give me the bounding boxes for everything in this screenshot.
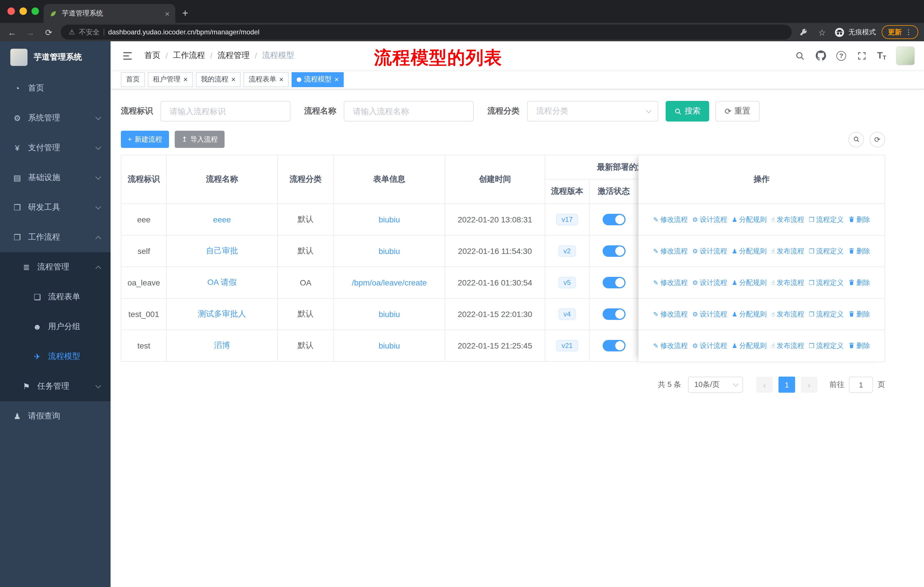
publish-process-link[interactable]: ☝发布流程 [771, 278, 804, 288]
process-name-link[interactable]: 自己审批 [206, 246, 238, 255]
process-definition-link[interactable]: ❐流程定义 [809, 278, 844, 288]
zoom-window-button[interactable] [31, 7, 39, 15]
app-logo[interactable]: 芋道管理系统 [0, 41, 111, 73]
edit-process-link[interactable]: ✎修改流程 [653, 309, 687, 319]
design-process-link[interactable]: ⚙设计流程 [692, 278, 727, 288]
breadcrumb-home[interactable]: 首页 [144, 50, 160, 61]
fullscreen-icon[interactable] [856, 50, 867, 61]
github-icon[interactable] [815, 50, 827, 61]
sidebar-item-process-form[interactable]: ❏ 流程表单 [0, 282, 111, 312]
update-button[interactable]: 更新 ⋮ [882, 25, 918, 39]
reload-icon[interactable]: ⟳ [42, 28, 55, 36]
category-select[interactable]: 流程分类 [527, 101, 658, 122]
assign-rule-link[interactable]: ♟分配规则 [732, 309, 767, 319]
publish-process-link[interactable]: ☝发布流程 [771, 246, 804, 256]
address-bar[interactable]: ⚠ 不安全 dashboard.yudao.iocoder.cn/bpm/man… [61, 25, 792, 40]
form-link[interactable]: biubiu [379, 309, 400, 319]
assign-rule-link[interactable]: ♟分配规则 [732, 341, 767, 351]
sidebar-item-process-management[interactable]: ≣ 流程管理 [0, 252, 111, 282]
design-process-link[interactable]: ⚙设计流程 [692, 246, 727, 256]
active-toggle[interactable] [602, 340, 625, 351]
next-page-button[interactable]: › [801, 377, 817, 393]
active-toggle[interactable] [602, 277, 625, 288]
sidebar-item-leave-query[interactable]: ♟ 请假查询 [0, 401, 111, 431]
delete-process-link[interactable]: 删除 [848, 215, 870, 225]
tag-tenant-management[interactable]: 租户管理 × [148, 72, 193, 87]
sidebar-item-process-model[interactable]: ✈ 流程模型 [0, 342, 111, 372]
design-process-link[interactable]: ⚙设计流程 [692, 309, 727, 319]
sidebar-item-workflow[interactable]: ❐ 工作流程 [0, 222, 111, 252]
page-size-select[interactable]: 10条/页 [688, 377, 743, 393]
breadcrumb-process-management[interactable]: 流程管理 [218, 50, 250, 61]
refresh-table-button[interactable]: ⟳ [870, 132, 885, 147]
sidebar-item-user-group[interactable]: ☻ 用户分组 [0, 312, 111, 342]
tag-close-icon[interactable]: × [335, 76, 339, 83]
process-key-input[interactable] [160, 101, 290, 122]
tag-process-model[interactable]: 流程模型 × [292, 72, 344, 87]
tag-close-icon[interactable]: × [231, 76, 236, 83]
sidebar-item-system[interactable]: ⚙ 系统管理 [0, 103, 111, 133]
font-size-icon[interactable]: TT [877, 50, 886, 61]
delete-process-link[interactable]: 删除 [848, 341, 870, 351]
process-name-link[interactable]: OA 请假 [207, 278, 237, 287]
delete-process-link[interactable]: 删除 [848, 309, 870, 319]
form-link[interactable]: biubiu [379, 215, 400, 224]
active-toggle[interactable] [602, 245, 625, 257]
close-window-button[interactable] [7, 7, 15, 15]
edit-process-link[interactable]: ✎修改流程 [653, 341, 687, 351]
sidebar-item-home[interactable]: ◔ 首页 [0, 73, 111, 103]
delete-process-link[interactable]: 删除 [848, 246, 870, 256]
process-name-input[interactable] [344, 101, 474, 122]
browser-tab[interactable]: 芋道管理系统 × [43, 4, 175, 23]
tag-process-form[interactable]: 流程表单 × [243, 72, 289, 87]
breadcrumb-workflow[interactable]: 工作流程 [173, 50, 205, 61]
edit-process-link[interactable]: ✎修改流程 [653, 215, 687, 225]
publish-process-link[interactable]: ☝发布流程 [771, 309, 804, 319]
password-key-icon[interactable] [797, 28, 810, 36]
delete-process-link[interactable]: 删除 [848, 278, 870, 288]
assign-rule-link[interactable]: ♟分配规则 [732, 246, 767, 256]
tag-close-icon[interactable]: × [183, 76, 188, 83]
process-definition-link[interactable]: ❐流程定义 [809, 246, 844, 256]
create-process-button[interactable]: + 新建流程 [121, 131, 169, 148]
edit-process-link[interactable]: ✎修改流程 [653, 278, 687, 288]
form-link[interactable]: /bpm/oa/leave/create [352, 278, 427, 287]
forward-icon[interactable]: → [24, 28, 37, 36]
tag-my-process[interactable]: 我的流程 × [196, 72, 241, 87]
user-avatar[interactable] [896, 46, 915, 65]
back-icon[interactable]: ← [6, 28, 18, 36]
design-process-link[interactable]: ⚙设计流程 [692, 215, 727, 225]
sidebar-item-infrastructure[interactable]: ▤ 基础设施 [0, 163, 111, 193]
form-link[interactable]: biubiu [379, 246, 400, 256]
sidebar-item-payment[interactable]: ¥ 支付管理 [0, 133, 111, 163]
help-icon[interactable]: ? [837, 51, 846, 61]
prev-page-button[interactable]: ‹ [756, 377, 773, 393]
toggle-search-button[interactable] [848, 132, 864, 147]
tab-close-icon[interactable]: × [165, 9, 170, 18]
edit-process-link[interactable]: ✎修改流程 [653, 246, 687, 256]
sidebar-item-task-management[interactable]: ⚑ 任务管理 [0, 372, 111, 401]
process-definition-link[interactable]: ❐流程定义 [809, 341, 844, 351]
import-process-button[interactable]: ↥ 导入流程 [175, 131, 224, 148]
minimize-window-button[interactable] [20, 7, 27, 15]
new-tab-button[interactable]: + [175, 7, 195, 23]
process-definition-link[interactable]: ❐流程定义 [809, 309, 844, 319]
design-process-link[interactable]: ⚙设计流程 [692, 341, 727, 351]
browser-menu-icon[interactable]: ⋮ [905, 28, 912, 36]
active-toggle[interactable] [602, 308, 625, 320]
bookmark-star-icon[interactable]: ☆ [816, 28, 828, 36]
process-definition-link[interactable]: ❐流程定义 [809, 215, 844, 225]
search-button[interactable]: 搜索 [666, 101, 709, 122]
reset-button[interactable]: ⟳ 重置 [716, 101, 759, 122]
search-icon[interactable] [794, 50, 805, 61]
tag-close-icon[interactable]: × [279, 76, 283, 83]
page-number-button[interactable]: 1 [779, 377, 795, 393]
process-name-link[interactable]: eeee [213, 215, 231, 224]
form-link[interactable]: biubiu [379, 341, 400, 350]
sidebar-item-dev-tools[interactable]: ❒ 研发工具 [0, 193, 111, 222]
publish-process-link[interactable]: ☝发布流程 [771, 341, 804, 351]
goto-page-input[interactable] [849, 377, 873, 393]
assign-rule-link[interactable]: ♟分配规则 [732, 215, 767, 225]
sidebar-collapse-icon[interactable] [120, 51, 136, 60]
active-toggle[interactable] [602, 214, 625, 225]
